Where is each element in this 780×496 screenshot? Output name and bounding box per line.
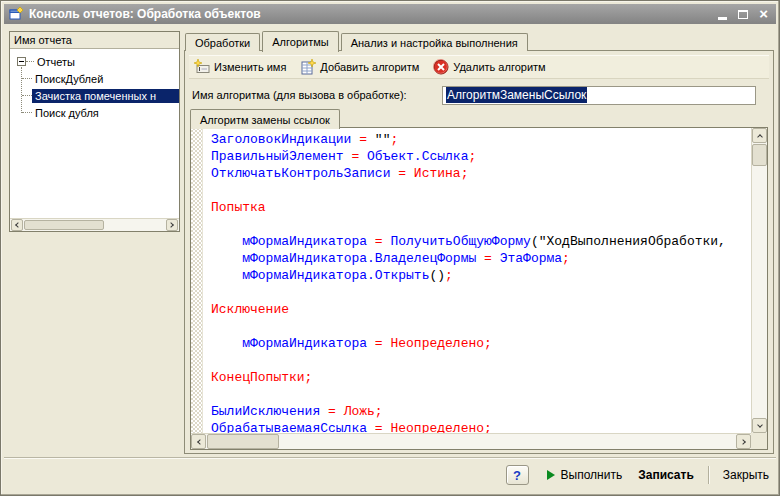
scroll-right-icon[interactable] <box>736 434 751 449</box>
code-line: БылиИсключения = Ложь; <box>211 403 751 420</box>
code-content[interactable]: ЗаголовокИндикации = "";ПравильныйЭлемен… <box>204 128 751 433</box>
window-icon <box>9 6 24 23</box>
code-line: ОбрабатываемаяСсылка = Неопределено; <box>211 420 751 433</box>
scroll-down-icon[interactable] <box>752 418 767 433</box>
algorithm-name-label: Имя алгоритма (для вызова в обработке): <box>192 89 442 101</box>
tab-algoritmy[interactable]: Алгоритмы <box>262 31 338 52</box>
scrollbar-thumb[interactable] <box>752 144 767 166</box>
editor-vertical-scrollbar[interactable] <box>751 128 767 433</box>
tree-connector <box>26 61 34 62</box>
code-line: мФормаИндикатора = ПолучитьОбщуюФорму("Х… <box>211 233 751 250</box>
delete-algorithm-button[interactable]: Удалить алгоритм <box>433 59 545 75</box>
collapse-icon[interactable] <box>17 57 26 66</box>
scroll-left-icon[interactable] <box>11 219 23 231</box>
minimize-icon[interactable] <box>718 17 727 20</box>
save-button[interactable]: Записать <box>638 468 694 482</box>
code-line <box>211 352 751 369</box>
tree-connector <box>22 78 32 79</box>
rename-icon <box>194 59 210 75</box>
algorithm-subtabs: Алгоритм замены ссылок <box>190 108 342 128</box>
code-line <box>211 182 751 199</box>
code-line: ОтключатьКонтрольЗаписи = Истина; <box>211 165 751 182</box>
code-line <box>211 284 751 301</box>
code-line: КонецПопытки; <box>211 369 751 386</box>
code-line <box>211 386 751 403</box>
tree-header: Имя отчета <box>10 32 179 49</box>
scroll-left-icon[interactable] <box>191 434 206 449</box>
code-line: мФормаИндикатора.Открыть(); <box>211 267 751 284</box>
algorithm-name-row: Имя алгоритма (для вызова в обработке): … <box>192 85 766 105</box>
scrollbar-thumb[interactable] <box>24 220 104 230</box>
algorithms-panel: Изменить имя Добавить алгоритм <box>184 50 774 454</box>
run-button[interactable]: Выполнить <box>547 468 623 482</box>
code-line <box>211 318 751 335</box>
tree-children: ПоискДублей Зачистка помеченных н Поиск … <box>10 70 179 121</box>
play-icon <box>547 470 555 480</box>
window-title: Консоль отчетов: Обработка объектов <box>29 7 713 21</box>
footer-divider <box>708 466 709 484</box>
code-line: Исключение <box>211 301 751 318</box>
add-algorithm-button[interactable]: Добавить алгоритм <box>300 59 419 75</box>
editor-gutter <box>191 128 203 433</box>
tree-connector <box>21 67 22 113</box>
titlebar: Консоль отчетов: Обработка объектов × <box>4 4 776 24</box>
scroll-right-icon[interactable] <box>166 219 178 231</box>
code-line: Попытка <box>211 199 751 216</box>
code-line <box>211 216 751 233</box>
close-button[interactable]: Закрыть <box>723 468 769 482</box>
close-icon[interactable]: × <box>759 7 768 21</box>
footer-bar: ? Выполнить Записать Закрыть <box>9 460 769 490</box>
tree-root-reports[interactable]: Отчеты <box>10 53 179 70</box>
code-line: мФормаИндикатора = Неопределено; <box>211 335 751 352</box>
editor-horizontal-scrollbar[interactable] <box>191 433 751 449</box>
selected-text: АлгоритмЗаменыСсылок <box>446 87 587 103</box>
code-editor[interactable]: ЗаголовокИндикации = "";ПравильныйЭлемен… <box>190 127 768 450</box>
delete-algorithm-icon <box>433 59 449 75</box>
tab-obrabotki[interactable]: Обработки <box>185 33 260 51</box>
tree-body: Отчеты ПоискДублей Зачистка помеченных н… <box>10 50 179 218</box>
tree-item-zachistka[interactable]: Зачистка помеченных н <box>10 87 179 104</box>
tab-analiz[interactable]: Анализ и настройка выполнения <box>341 33 528 51</box>
add-algorithm-icon <box>300 59 316 75</box>
tree-connector <box>22 95 32 96</box>
tab-algorithm-zameny-ssylok[interactable]: Алгоритм замены ссылок <box>190 109 340 129</box>
app-window: Консоль отчетов: Обработка объектов × Им… <box>0 0 780 496</box>
scrollbar-thumb[interactable] <box>207 434 279 449</box>
code-line: мФормаИндикатора.ВладелецФормы = ЭтаФорм… <box>211 250 751 267</box>
scrollbar-corner <box>751 433 767 449</box>
tree-item-poisk-dublei[interactable]: ПоискДублей <box>10 70 179 87</box>
tree-root-label: Отчеты <box>34 55 78 69</box>
main-tabs: Обработки Алгоритмы Анализ и настройка в… <box>185 30 530 51</box>
tree-horizontal-scrollbar[interactable] <box>10 218 179 231</box>
help-button[interactable]: ? <box>506 465 529 485</box>
report-tree-panel: Имя отчета Отчеты ПоискДублей Зачистка п… <box>9 31 180 232</box>
algorithm-toolbar: Изменить имя Добавить алгоритм <box>189 55 769 79</box>
tree-connector <box>22 112 32 113</box>
rename-button[interactable]: Изменить имя <box>194 59 286 75</box>
footer-separator <box>4 457 776 459</box>
scroll-up-icon[interactable] <box>752 128 767 143</box>
algorithm-name-input[interactable]: АлгоритмЗаменыСсылок <box>442 86 756 105</box>
code-line: ПравильныйЭлемент = Объект.Ссылка; <box>211 148 751 165</box>
tree-item-poisk-dublya[interactable]: Поиск дубля <box>10 104 179 121</box>
maximize-icon[interactable] <box>738 10 748 19</box>
code-line: ЗаголовокИндикации = ""; <box>211 131 751 148</box>
